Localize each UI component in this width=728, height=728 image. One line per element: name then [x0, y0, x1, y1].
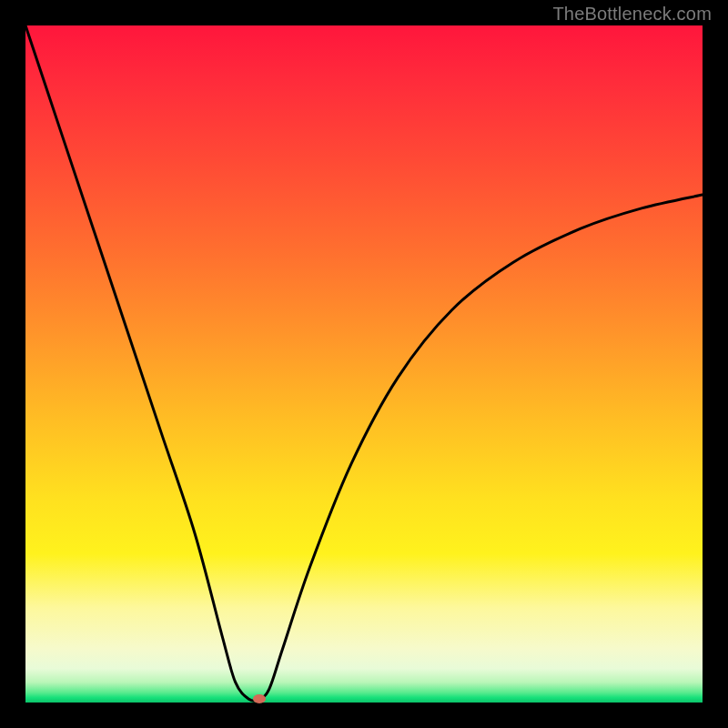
watermark-text: TheBottleneck.com [552, 4, 712, 25]
plot-area [25, 25, 703, 703]
chart-frame: TheBottleneck.com [0, 0, 728, 728]
minimum-marker [253, 694, 266, 703]
bottleneck-curve [25, 25, 703, 703]
